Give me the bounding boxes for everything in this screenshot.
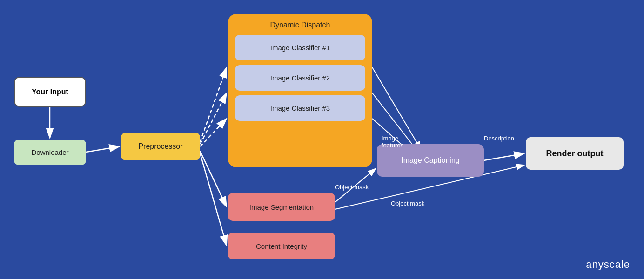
image-features-label: Imagefeatures: [382, 135, 403, 149]
preprocessor-label: Preprocessor: [138, 142, 182, 151]
svg-line-8: [200, 153, 227, 246]
classifier1-label: Image Classifier #1: [270, 44, 330, 52]
svg-line-5: [200, 93, 227, 144]
classifier2-label: Image Classifier #2: [270, 74, 330, 82]
classifier3-node: Image Classifier #3: [235, 95, 365, 121]
object-mask-1-label: Object mask: [335, 184, 369, 191]
svg-line-14: [484, 153, 524, 160]
classifier1-node: Image Classifier #1: [235, 35, 365, 60]
diagram-container: Your Input Downloader Preprocessor Dynam…: [0, 0, 644, 279]
downloader-label: Downloader: [31, 148, 68, 156]
render-output-label: Render output: [546, 149, 604, 159]
svg-line-3: [86, 146, 120, 152]
svg-line-6: [200, 119, 227, 146]
downloader-node: Downloader: [14, 140, 86, 165]
svg-line-4: [200, 67, 227, 142]
object-mask-2-label: Object mask: [391, 200, 424, 207]
description-label: Description: [484, 135, 514, 142]
image-captioning-label: Image Captioning: [401, 156, 459, 165]
content-integrity-node: Content Integrity: [228, 232, 335, 259]
your-input-label: Your Input: [32, 88, 68, 96]
svg-line-7: [200, 151, 227, 207]
image-segmentation-label: Image Segmentation: [249, 203, 314, 211]
classifier2-node: Image Classifier #2: [235, 65, 365, 91]
classifier3-label: Image Classifier #3: [270, 104, 330, 112]
preprocessor-node: Preprocessor: [121, 133, 200, 160]
image-segmentation-node: Image Segmentation: [228, 193, 335, 221]
anyscale-brand: anyscale: [586, 259, 630, 271]
dynamic-dispatch-label: Dynamic Dispatch: [235, 21, 365, 29]
content-integrity-label: Content Integrity: [256, 242, 307, 250]
render-output-node: Render output: [526, 137, 624, 170]
image-captioning-node: Image Captioning: [377, 144, 484, 177]
your-input-node: Your Input: [14, 77, 86, 107]
dynamic-dispatch-container: Dynamic Dispatch Image Classifier #1 Ima…: [228, 14, 372, 167]
